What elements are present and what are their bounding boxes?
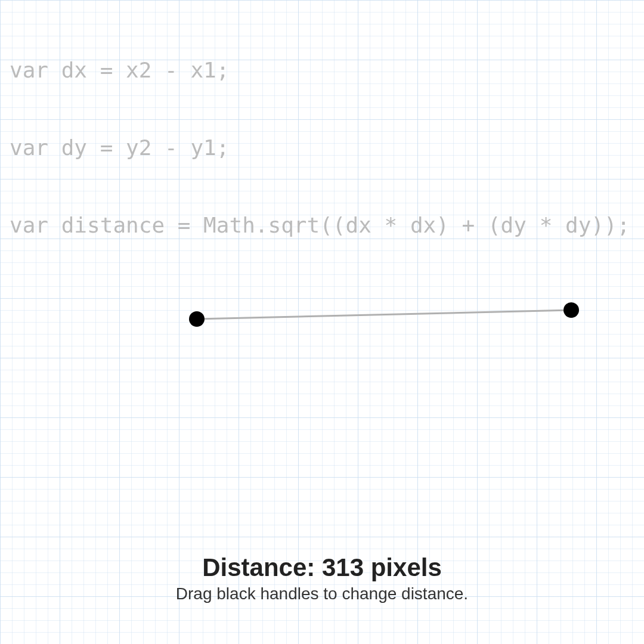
hint-label: Drag black handles to change distance.	[0, 584, 644, 603]
code-line-2: var dy = y2 - y1;	[10, 135, 634, 160]
code-line-1: var dx = x2 - x1;	[10, 57, 634, 83]
distance-line	[197, 310, 571, 319]
footer: Distance: 313 pixels Drag black handles …	[0, 553, 644, 603]
code-snippet: var dx = x2 - x1; var dy = y2 - y1; var …	[10, 6, 634, 264]
handle-point-1[interactable]	[189, 311, 205, 327]
handle-point-2[interactable]	[564, 302, 579, 318]
code-line-3: var distance = Math.sqrt((dx * dx) + (dy…	[10, 212, 634, 238]
distance-label: Distance: 313 pixels	[0, 553, 644, 582]
